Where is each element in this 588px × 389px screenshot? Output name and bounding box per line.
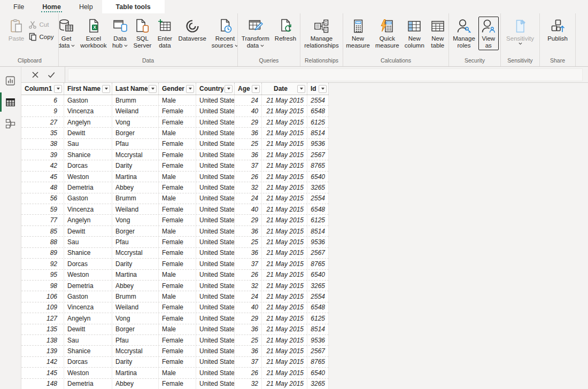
- sql-server-button[interactable]: SQLServer: [131, 17, 154, 50]
- cell-id[interactable]: 3265: [307, 379, 329, 389]
- cell-gender[interactable]: Female: [159, 160, 196, 170]
- cell-id[interactable]: 8765: [307, 160, 329, 170]
- cell-country[interactable]: United States: [196, 259, 235, 269]
- cell-id[interactable]: 6548: [307, 106, 329, 116]
- cell-first-name[interactable]: Shanice: [64, 150, 112, 160]
- cell-first-name[interactable]: Gaston: [64, 291, 112, 301]
- cell-column1[interactable]: 145: [21, 368, 64, 378]
- cell-id[interactable]: 9536: [307, 237, 329, 247]
- cell-date[interactable]: 21 May 2015: [262, 128, 307, 138]
- cell-country[interactable]: United States: [196, 182, 235, 192]
- cell-gender[interactable]: Male: [159, 368, 196, 378]
- cell-first-name[interactable]: Demetria: [64, 281, 112, 291]
- cell-date[interactable]: 21 May 2015: [262, 139, 307, 149]
- cell-last-name[interactable]: Mccrystal: [112, 346, 159, 356]
- excel-workbook-button[interactable]: XExcelworkbook: [78, 17, 109, 50]
- filter-dropdown-id[interactable]: [319, 85, 327, 93]
- cell-country[interactable]: United States: [196, 150, 235, 160]
- cell-column1[interactable]: 85: [21, 226, 64, 236]
- cell-last-name[interactable]: Borger: [112, 128, 159, 138]
- recent-sources-button[interactable]: Recentsources: [210, 17, 237, 50]
- cell-age[interactable]: 36: [235, 128, 262, 138]
- column-header-column1[interactable]: Column1: [21, 83, 64, 95]
- cell-age[interactable]: 37: [235, 160, 262, 170]
- cell-id[interactable]: 8514: [307, 226, 329, 236]
- cell-country[interactable]: United States: [196, 139, 235, 149]
- tab-table-tools[interactable]: Table tools: [102, 0, 165, 13]
- cell-country[interactable]: United States: [196, 172, 235, 182]
- cell-column1[interactable]: 139: [21, 346, 64, 356]
- new-measure-button[interactable]: Newmeasure: [344, 17, 372, 50]
- cell-column1[interactable]: 106: [21, 291, 64, 301]
- cell-age[interactable]: 32: [235, 281, 262, 291]
- cell-first-name[interactable]: Angelyn: [64, 215, 112, 225]
- cell-column1[interactable]: 142: [21, 357, 64, 367]
- cell-id[interactable]: 2567: [307, 248, 329, 258]
- filter-dropdown-date[interactable]: [297, 85, 305, 93]
- cell-age[interactable]: 24: [235, 95, 262, 105]
- cell-first-name[interactable]: Demetria: [64, 379, 112, 389]
- cell-age[interactable]: 24: [235, 291, 262, 301]
- cell-id[interactable]: 6540: [307, 172, 329, 182]
- cell-gender[interactable]: Male: [159, 193, 196, 204]
- cell-first-name[interactable]: Shanice: [64, 346, 112, 356]
- cell-last-name[interactable]: Pfau: [112, 139, 159, 149]
- cell-id[interactable]: 8765: [307, 357, 329, 367]
- cell-country[interactable]: United States: [196, 335, 235, 345]
- cell-country[interactable]: United States: [196, 193, 235, 204]
- view-as-button[interactable]: Viewas: [478, 17, 499, 50]
- cell-id[interactable]: 8514: [307, 128, 329, 138]
- cell-date[interactable]: 21 May 2015: [262, 172, 307, 182]
- tab-help[interactable]: Help: [70, 0, 102, 13]
- cell-first-name[interactable]: Vincenza: [64, 204, 112, 214]
- transform-data-button[interactable]: Transformdata: [239, 17, 272, 50]
- cell-gender[interactable]: Female: [159, 117, 196, 127]
- cell-first-name[interactable]: Dewitt: [64, 324, 112, 334]
- cell-age[interactable]: 29: [235, 313, 262, 323]
- cell-age[interactable]: 36: [235, 248, 262, 258]
- cell-first-name[interactable]: Weston: [64, 270, 112, 280]
- cell-first-name[interactable]: Gaston: [64, 95, 112, 105]
- cell-last-name[interactable]: Borger: [112, 226, 159, 236]
- data-hub-button[interactable]: Datahub: [110, 17, 130, 50]
- dataverse-button[interactable]: Dataverse: [176, 17, 208, 43]
- cell-date[interactable]: 21 May 2015: [262, 281, 307, 291]
- cell-column1[interactable]: 148: [21, 379, 64, 389]
- cell-gender[interactable]: Female: [159, 302, 196, 313]
- cell-age[interactable]: 36: [235, 226, 262, 236]
- cell-gender[interactable]: Female: [159, 204, 196, 214]
- cell-first-name[interactable]: Sau: [64, 335, 112, 345]
- column-header-country[interactable]: Country: [196, 83, 235, 95]
- cell-country[interactable]: United States: [196, 302, 235, 313]
- cell-first-name[interactable]: Dewitt: [64, 128, 112, 138]
- cell-last-name[interactable]: Vong: [112, 215, 159, 225]
- cell-id[interactable]: 2554: [307, 193, 329, 204]
- quick-measure-button[interactable]: Quickmeasure: [373, 17, 401, 50]
- cell-last-name[interactable]: Mccrystal: [112, 248, 159, 258]
- cell-date[interactable]: 21 May 2015: [262, 357, 307, 367]
- cell-gender[interactable]: Female: [159, 215, 196, 225]
- cell-column1[interactable]: 38: [21, 139, 64, 149]
- cell-first-name[interactable]: Dewitt: [64, 226, 112, 236]
- cell-gender[interactable]: Female: [159, 335, 196, 345]
- cell-date[interactable]: 21 May 2015: [262, 313, 307, 323]
- cell-column1[interactable]: 35: [21, 128, 64, 138]
- cell-last-name[interactable]: Pfau: [112, 237, 159, 247]
- cell-id[interactable]: 8514: [307, 324, 329, 334]
- cell-gender[interactable]: Female: [159, 281, 196, 291]
- copy-button[interactable]: Copy: [28, 33, 54, 41]
- cell-column1[interactable]: 77: [21, 215, 64, 225]
- cell-gender[interactable]: Male: [159, 128, 196, 138]
- cell-id[interactable]: 6125: [307, 117, 329, 127]
- cell-first-name[interactable]: Dorcas: [64, 259, 112, 269]
- cell-column1[interactable]: 45: [21, 172, 64, 182]
- cell-gender[interactable]: Male: [159, 270, 196, 280]
- cell-age[interactable]: 37: [235, 259, 262, 269]
- cell-age[interactable]: 32: [235, 182, 262, 192]
- cell-id[interactable]: 6540: [307, 270, 329, 280]
- cell-date[interactable]: 21 May 2015: [262, 302, 307, 313]
- tab-home[interactable]: Home: [33, 0, 70, 13]
- get-data-button[interactable]: Getdata: [59, 17, 77, 50]
- cell-id[interactable]: 2554: [307, 95, 329, 105]
- cell-last-name[interactable]: Abbey: [112, 182, 159, 192]
